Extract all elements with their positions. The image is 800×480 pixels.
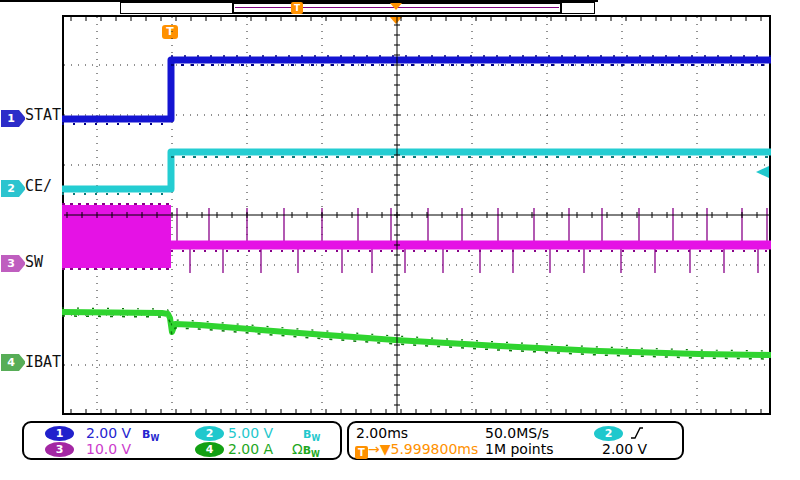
ch4-position-arrow[interactable]: 4 [1, 354, 26, 371]
ch1-trace-label: STAT [25, 107, 61, 123]
timebase-readout[interactable]: 2.00ms [356, 426, 408, 441]
ch2-position-arrow[interactable]: 2 [1, 180, 26, 197]
trigger-level-arrow[interactable] [756, 166, 769, 178]
ch3-trace-label: SW [25, 254, 43, 270]
ch4-scale[interactable]: 2.00 A [228, 442, 273, 457]
record-view-bar[interactable]: T [120, 2, 595, 14]
ch2-badge[interactable]: 2 [195, 426, 224, 441]
ch1-bandwidth-icon: BW [142, 427, 159, 446]
trigger-level-readout[interactable]: 2.00 V [602, 442, 647, 457]
sample-rate-readout: 50.0MS/s [485, 426, 549, 441]
ch1-position-arrow[interactable]: 1 [1, 110, 26, 127]
horizontal-trigger-readout-box: 2.00ms 50.0MS/s 2 T→▼5.999800ms 1M point… [347, 421, 684, 460]
trigger-flag-icon: T [355, 446, 368, 459]
oscilloscope-screen: T T 1 2 3 4 STAT CE/ SW IBAT 1 2.00 V BW… [0, 0, 800, 480]
trigger-position-bar-icon[interactable]: T [291, 2, 303, 14]
ch4-trace-label: IBAT [25, 354, 61, 370]
waveform-display [62, 15, 771, 415]
ch2-scale[interactable]: 5.00 V [228, 426, 273, 441]
channel-readout-box: 1 2.00 V BW 2 5.00 V BW 3 10.0 V 4 2.00 … [22, 421, 342, 460]
ch1-badge[interactable]: 1 [45, 426, 74, 441]
ch3-badge[interactable]: 3 [45, 442, 74, 457]
expansion-point-bar-icon [390, 3, 402, 10]
record-length-readout: 1M points [485, 442, 553, 457]
ch1-scale[interactable]: 2.00 V [86, 426, 131, 441]
ch3-scale[interactable]: 10.0 V [86, 442, 131, 457]
ch4-badge[interactable]: 4 [195, 442, 224, 457]
trigger-delay-readout[interactable]: T→▼5.999800ms [355, 442, 478, 459]
ch4-ohm-icon: ΩBW [292, 442, 320, 462]
ch2-trace-label: CE/ [25, 178, 52, 194]
trigger-source-badge[interactable]: 2 [594, 426, 623, 441]
ch3-position-arrow[interactable]: 3 [1, 255, 26, 272]
